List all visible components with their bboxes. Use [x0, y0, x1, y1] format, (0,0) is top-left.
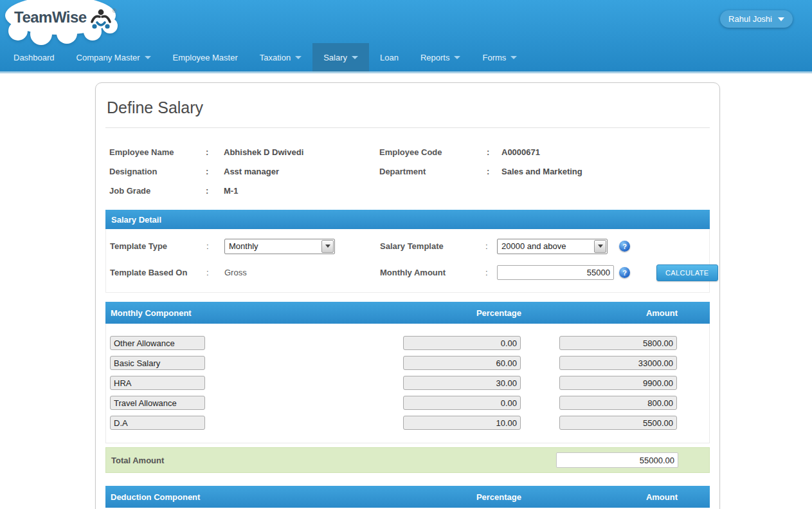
- component-name-input: [110, 376, 205, 390]
- total-amount-row: Total Amount: [105, 447, 710, 473]
- calculate-button[interactable]: CALCULATE: [656, 264, 718, 281]
- nav-item-employee-master[interactable]: Employee Master: [162, 43, 249, 71]
- nav-item-company-master[interactable]: Company Master: [66, 43, 162, 71]
- table-row: [110, 416, 677, 430]
- designation-label: Designation: [109, 167, 206, 176]
- user-name: Rahul Joshi: [728, 14, 772, 24]
- component-name-input: [110, 416, 205, 430]
- chevron-down-icon: [295, 56, 302, 59]
- amount-column-header: Amount: [560, 492, 678, 502]
- component-percentage-input: [403, 356, 521, 370]
- chevron-down-icon: [145, 56, 151, 59]
- component-amount-input: [559, 396, 677, 410]
- registered-mark: ®: [113, 8, 117, 14]
- nav-item-dashboard[interactable]: Dashboard: [3, 43, 66, 71]
- employee-name-value: Abhishek D Dwivedi: [224, 147, 379, 157]
- component-percentage-input: [403, 416, 521, 430]
- nav-item-taxation[interactable]: Taxation: [249, 43, 312, 71]
- chevron-down-icon: [352, 56, 358, 59]
- help-icon[interactable]: ?: [619, 241, 630, 252]
- component-amount-input: [559, 356, 677, 370]
- component-percentage-input: [403, 376, 521, 390]
- component-percentage-input: [403, 396, 521, 410]
- total-amount-input[interactable]: [556, 452, 678, 468]
- chevron-down-icon: [510, 56, 517, 59]
- component-amount-input: [559, 336, 677, 350]
- component-percentage-input: [403, 336, 521, 350]
- template-type-select[interactable]: Monthly: [224, 239, 335, 254]
- top-header: TeamWise ® Rahul Joshi Dashboard Company…: [0, 0, 812, 73]
- nav-item-loan[interactable]: Loan: [369, 43, 410, 71]
- template-based-on-label: Template Based On: [110, 268, 206, 277]
- page-title: Define Salary: [107, 98, 710, 117]
- help-icon[interactable]: ?: [619, 267, 630, 278]
- main-navigation: Dashboard Company Master Employee Master…: [0, 43, 812, 71]
- job-grade-label: Job Grade: [109, 186, 206, 196]
- deduction-component-header: Deduction Component Percentage Amount: [105, 486, 710, 508]
- chevron-down-icon: [454, 56, 460, 59]
- table-row: [110, 396, 677, 410]
- person-icon: [90, 9, 112, 30]
- chevron-down-icon: [321, 240, 334, 253]
- monthly-amount-label: Monthly Amount: [380, 268, 485, 277]
- employee-code-value: A0000671: [501, 147, 710, 157]
- designation-value: Asst manager: [224, 167, 379, 176]
- component-amount-input: [559, 376, 677, 390]
- user-menu[interactable]: Rahul Joshi: [720, 10, 793, 28]
- employee-info: Employee Name : Abhishek D Dwivedi Emplo…: [105, 128, 710, 202]
- logo-text: TeamWise: [14, 8, 87, 27]
- chevron-down-icon: [778, 17, 784, 21]
- employee-code-label: Employee Code: [379, 147, 487, 157]
- teamwise-logo[interactable]: TeamWise ®: [4, 0, 120, 46]
- employee-name-label: Employee Name: [109, 147, 206, 157]
- table-row: [110, 356, 677, 370]
- table-row: [110, 376, 677, 390]
- salary-detail-header: Salary Detail: [105, 210, 710, 229]
- total-amount-label: Total Amount: [111, 456, 400, 465]
- deduction-component-title: Deduction Component: [111, 492, 206, 502]
- salary-template-label: Salary Template: [380, 241, 485, 251]
- job-grade-value: M-1: [224, 186, 379, 196]
- salary-template-select[interactable]: 20000 and above: [497, 239, 608, 254]
- salary-detail-form: Template Type : Monthly Salary Template …: [105, 229, 710, 293]
- component-amount-input: [559, 416, 677, 430]
- template-type-label: Template Type: [110, 241, 206, 251]
- monthly-component-header: Monthly Component Percentage Amount: [105, 302, 710, 324]
- monthly-component-title: Monthly Component: [111, 308, 206, 318]
- department-label: Department: [379, 167, 487, 176]
- percentage-column-header: Percentage: [404, 492, 521, 502]
- nav-item-reports[interactable]: Reports: [410, 43, 472, 71]
- define-salary-card: Define Salary Employee Name : Abhishek D…: [95, 82, 720, 509]
- monthly-amount-input[interactable]: [497, 265, 614, 280]
- chevron-down-icon: [594, 240, 606, 253]
- amount-column-header: Amount: [560, 308, 678, 318]
- section-gap: [105, 473, 710, 486]
- component-name-input: [110, 356, 205, 370]
- monthly-component-rows: [105, 324, 710, 443]
- nav-item-salary[interactable]: Salary: [312, 43, 369, 71]
- percentage-column-header: Percentage: [404, 308, 521, 318]
- template-based-on-value: Gross: [224, 268, 338, 277]
- table-row: [110, 336, 677, 350]
- nav-item-forms[interactable]: Forms: [471, 43, 528, 71]
- component-name-input: [110, 336, 205, 350]
- department-value: Sales and Marketing: [501, 167, 710, 176]
- component-name-input: [110, 396, 205, 410]
